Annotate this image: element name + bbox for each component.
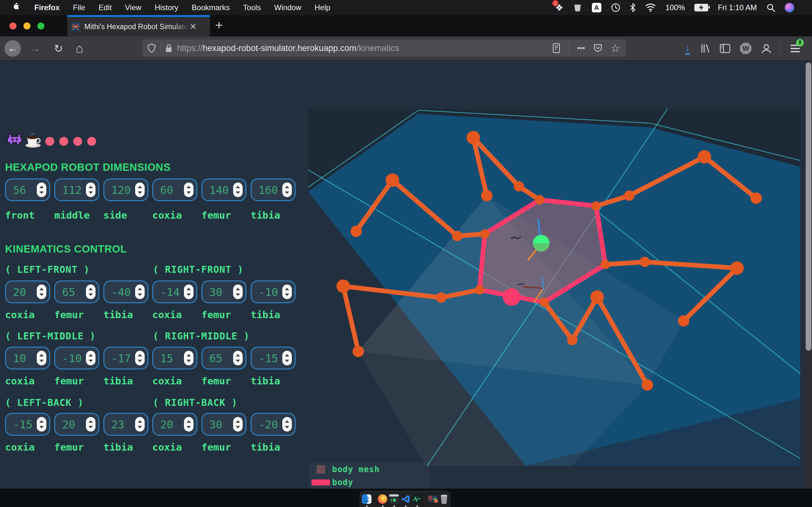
forward-button[interactable]: → <box>30 42 41 55</box>
input-rm-tibia[interactable]: -15 <box>251 347 296 370</box>
stepper[interactable] <box>135 351 145 365</box>
nav-dot-1[interactable] <box>45 137 54 146</box>
stepper[interactable] <box>233 417 243 432</box>
dock-activity-monitor-icon[interactable] <box>412 494 421 504</box>
siri-icon[interactable] <box>785 3 794 12</box>
menu-item-help[interactable]: Help <box>315 3 330 12</box>
input-lm-tibia[interactable]: -17 <box>103 347 148 370</box>
stepper[interactable] <box>135 182 145 197</box>
page-scrollbar[interactable] <box>805 60 812 489</box>
dock-vscode-icon[interactable] <box>401 494 410 504</box>
app-menu-hamburger-icon[interactable]: ⬆ <box>791 43 800 54</box>
paw-app-icon[interactable] <box>573 3 582 12</box>
stepper[interactable] <box>37 351 46 365</box>
new-tab-button[interactable]: + <box>215 18 223 33</box>
stepper[interactable] <box>37 285 46 299</box>
input-source-icon[interactable]: A <box>592 3 601 12</box>
lock-icon[interactable] <box>165 43 172 53</box>
dropbox-icon[interactable]: ❖ 1 <box>555 3 563 13</box>
tracking-shield-icon[interactable] <box>148 43 156 53</box>
stepper[interactable] <box>184 351 194 365</box>
legend-item-body-mesh[interactable]: body mesh <box>309 463 430 475</box>
stepper[interactable] <box>135 417 145 432</box>
menu-item-file[interactable]: File <box>73 3 85 12</box>
url-text[interactable]: https://hexapod-robot-simulator.herokuap… <box>177 43 399 53</box>
tab-hexapod-simulator[interactable]: Mithi's Hexapod Robot Simulator ✕ <box>67 15 210 37</box>
window-close-button[interactable] <box>9 22 16 30</box>
menu-bar-clock[interactable]: Fri 1:10 AM <box>718 3 757 12</box>
dock-minimized-window-thumbnail[interactable] <box>428 494 438 504</box>
input-side[interactable]: 120 <box>103 178 148 201</box>
pocket-icon[interactable] <box>594 43 602 53</box>
input-rm-femur[interactable]: 65 <box>201 347 247 370</box>
wikipedia-extension-icon[interactable]: W <box>740 43 751 54</box>
stepper[interactable] <box>282 285 292 299</box>
input-rf-tibia[interactable]: -10 <box>251 280 296 303</box>
account-icon[interactable] <box>761 43 772 54</box>
menu-item-bookmarks[interactable]: Bookmarks <box>192 3 230 12</box>
library-icon[interactable] <box>699 43 710 54</box>
stepper[interactable] <box>37 417 46 432</box>
dock-firefox-icon[interactable] <box>378 494 387 504</box>
scrollbar-thumb[interactable] <box>806 62 811 351</box>
legend-item-body[interactable]: body <box>309 476 430 488</box>
nav-dot-3[interactable] <box>73 137 82 146</box>
reader-mode-icon[interactable] <box>553 43 560 53</box>
input-lf-tibia[interactable]: -40 <box>103 280 148 303</box>
input-rb-coxia[interactable]: 20 <box>152 413 197 436</box>
menu-item-edit[interactable]: Edit <box>99 3 112 12</box>
input-lb-femur[interactable]: 20 <box>54 413 99 436</box>
menu-item-window[interactable]: Window <box>274 3 301 12</box>
input-rb-tibia[interactable]: -20 <box>251 413 296 436</box>
input-coxia-dim[interactable]: 60 <box>152 178 197 201</box>
window-zoom-button[interactable] <box>38 22 44 30</box>
input-lb-coxia[interactable]: -15 <box>5 413 50 436</box>
window-minimize-button[interactable] <box>23 22 31 30</box>
input-tibia-dim[interactable]: 160 <box>251 178 296 201</box>
input-femur-dim[interactable]: 140 <box>201 178 247 201</box>
dock-trash-icon[interactable] <box>440 494 448 504</box>
back-button[interactable]: ← <box>4 40 21 57</box>
apple-menu-icon[interactable] <box>13 3 21 12</box>
stepper[interactable] <box>233 285 243 299</box>
input-lf-femur[interactable]: 65 <box>54 280 99 303</box>
input-lm-coxia[interactable]: 10 <box>5 347 50 370</box>
spotlight-icon[interactable] <box>766 3 775 12</box>
input-lf-coxia[interactable]: 20 <box>5 280 50 303</box>
stepper[interactable] <box>282 351 292 365</box>
bluetooth-icon[interactable] <box>630 3 636 12</box>
stepper[interactable] <box>86 417 96 432</box>
stepper[interactable] <box>233 182 243 197</box>
nav-dot-2[interactable] <box>59 137 68 146</box>
sidebar-toggle-icon[interactable] <box>720 44 730 53</box>
dock-terminal-icon[interactable]: $ <box>389 494 399 504</box>
stepper[interactable] <box>184 417 194 432</box>
input-middle[interactable]: 112 <box>54 178 99 201</box>
input-rm-coxia[interactable]: 15 <box>152 347 197 370</box>
input-rb-femur[interactable]: 30 <box>201 413 247 436</box>
stepper[interactable] <box>135 285 145 299</box>
wifi-icon[interactable] <box>645 3 656 12</box>
menu-item-view[interactable]: View <box>125 3 142 12</box>
url-bar[interactable]: https://hexapod-robot-simulator.herokuap… <box>142 40 626 57</box>
stepper[interactable] <box>233 351 243 365</box>
stepper[interactable] <box>86 182 96 197</box>
time-machine-icon[interactable] <box>611 3 620 12</box>
tab-close-icon[interactable]: ✕ <box>190 22 197 32</box>
stepper[interactable] <box>184 182 194 197</box>
stepper[interactable] <box>282 182 292 197</box>
stepper[interactable] <box>184 285 194 299</box>
input-lb-tibia[interactable]: 23 <box>103 413 148 436</box>
menu-item-firefox[interactable]: Firefox <box>34 3 60 12</box>
input-front[interactable]: 56 <box>5 178 50 201</box>
stepper[interactable] <box>282 417 292 432</box>
hexapod-3d-plot[interactable] <box>308 109 800 466</box>
page-actions-icon[interactable]: ••• <box>577 44 585 53</box>
stepper[interactable] <box>86 351 96 365</box>
home-button[interactable]: ⌂ <box>76 41 84 55</box>
menu-item-history[interactable]: History <box>155 3 179 12</box>
input-lm-femur[interactable]: -10 <box>54 347 99 370</box>
dock-finder-icon[interactable] <box>362 494 371 504</box>
reload-button[interactable]: ↻ <box>54 42 63 55</box>
downloads-icon[interactable]: ↓ <box>685 43 690 55</box>
